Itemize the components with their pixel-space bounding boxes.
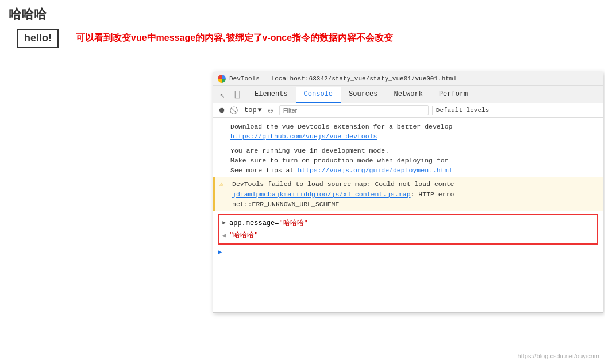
devtools-title-text: DevTools - localhost:63342/staty_vue/sta… (229, 75, 457, 82)
tab-performance[interactable]: Perform (431, 87, 476, 103)
console-msg-warning-line3: net::ERR_UNKNOWN_URL_SCHEME (232, 200, 339, 208)
tab-sources[interactable]: Sources (341, 87, 386, 103)
top-selector-arrow: ▼ (258, 106, 262, 114)
hello-box: hello! (17, 29, 59, 48)
console-body: Download the Vue Devtools extension for … (213, 118, 603, 312)
console-msg-warning-link[interactable]: jdiamlpmcbajkmaiiiddgioo/js/xl-content.j… (232, 191, 411, 198)
top-selector-label: top (244, 106, 257, 114)
console-msg-2-link[interactable]: https://vuejs.org/guide/deployment.html (298, 166, 452, 174)
devtools-window: DevTools - localhost:63342/staty_vue/sta… (213, 72, 603, 313)
devtools-tab-icons: ↖ ⎕ (213, 87, 246, 103)
console-toolbar: ⏺ ⃠ top ▼ ◎ Default levels (213, 103, 603, 118)
console-msg-warning-line2: jdiamlpmcbajkmaiiiddgioo/js/xl-content.j… (232, 191, 454, 198)
cursor-icon[interactable]: ↖ (217, 89, 228, 100)
console-msg-2-line2: Make sure to turn on production mode whe… (230, 157, 449, 164)
console-highlighted-block: ► app.message="哈哈哈" ◀ "哈哈哈" (218, 214, 598, 245)
console-msg-warning: DevTools failed to load source map: Coul… (213, 177, 603, 211)
devtools-titlebar: DevTools - localhost:63342/staty_vue/sta… (213, 72, 603, 86)
console-msg-warning-line1: DevTools failed to load source map: Coul… (232, 180, 454, 188)
page-title: 哈哈哈 (0, 0, 605, 26)
block-icon[interactable]: ⃠ (230, 105, 241, 115)
console-msg-1-link[interactable]: https://github.com/vuejs/vue-devtools (230, 133, 377, 140)
console-input-line: ► app.message="哈哈哈" (222, 217, 594, 229)
watermark: https://blog.csdn.net/ouyicnm (518, 353, 599, 359)
eye-icon[interactable]: ◎ (265, 105, 276, 115)
devtools-tabbar: ↖ ⎕ Elements Console Sources Network Per… (213, 86, 603, 103)
console-output-line: ◀ "哈哈哈" (222, 229, 594, 241)
tab-network[interactable]: Network (386, 87, 430, 103)
console-area: Download the Vue Devtools extension for … (213, 118, 603, 312)
prompt-arrow-icon: ► (218, 249, 222, 257)
input-arrow: ► (222, 220, 226, 226)
output-arrow: ◀ (222, 232, 226, 239)
clear-console-icon[interactable]: ⏺ (217, 105, 227, 115)
tab-elements[interactable]: Elements (246, 87, 296, 103)
top-selector[interactable]: top ▼ (244, 106, 262, 114)
console-msg-2-line3: See more tips at (230, 166, 298, 174)
input-code-black: app.message= (229, 219, 279, 227)
console-prompt: ► (213, 247, 603, 258)
filter-input[interactable] (279, 105, 429, 115)
console-msg-2: You are running Vue in development mode.… (213, 144, 603, 178)
console-msg-1-text: Download the Vue Devtools extension for … (230, 123, 452, 130)
devtools-favicon (218, 75, 226, 83)
output-code-red: "哈哈哈" (229, 230, 258, 240)
console-msg-1: Download the Vue Devtools extension for … (213, 120, 603, 144)
mobile-icon[interactable]: ⎕ (232, 89, 243, 100)
description-text: 可以看到改变vue中message的内容,被绑定了v-once指令的数据内容不会… (76, 32, 393, 44)
input-code-red: "哈哈哈" (279, 218, 307, 228)
default-levels[interactable]: Default levels (432, 106, 492, 115)
tab-console[interactable]: Console (296, 87, 341, 103)
console-msg-2-line1: You are running Vue in development mode. (230, 147, 389, 154)
